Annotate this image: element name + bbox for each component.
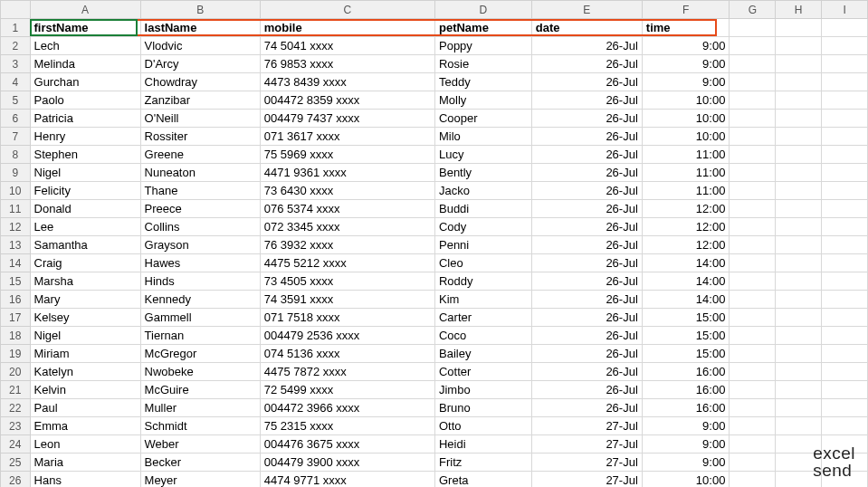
cell-G26[interactable] [730, 472, 776, 488]
cell-H22[interactable] [776, 399, 822, 417]
cell-C7[interactable]: 071 3617 xxxx [260, 128, 434, 146]
row-header[interactable]: 22 [1, 399, 31, 417]
cell-G2[interactable] [730, 37, 776, 55]
cell-G18[interactable] [730, 327, 776, 345]
cell-H5[interactable] [776, 91, 822, 110]
cell-B8[interactable]: Greene [140, 146, 260, 164]
cell-D10[interactable]: Jacko [434, 182, 531, 200]
cell-C9[interactable]: 4471 9361 xxxx [260, 164, 434, 182]
cell-D24[interactable]: Heidi [434, 435, 531, 454]
cell-B6[interactable]: O'Neill [140, 110, 260, 128]
cell-B10[interactable]: Thane [140, 182, 260, 200]
cell-G7[interactable] [730, 128, 776, 146]
cell-F12[interactable]: 12:00 [642, 218, 730, 236]
cell-D4[interactable]: Teddy [434, 73, 531, 91]
cell-H7[interactable] [776, 128, 822, 146]
cell-D13[interactable]: Penni [434, 236, 531, 254]
cell-D5[interactable]: Molly [434, 91, 531, 110]
cell-D18[interactable]: Coco [434, 327, 531, 345]
cell-G9[interactable] [730, 164, 776, 182]
cell-H23[interactable] [776, 417, 822, 435]
cell-B5[interactable]: Zanzibar [140, 91, 260, 110]
cell-D15[interactable]: Roddy [434, 272, 531, 291]
cell-A17[interactable]: Kelsey [30, 309, 140, 327]
cell-D11[interactable]: Buddi [434, 200, 531, 218]
cell-D17[interactable]: Carter [434, 309, 531, 327]
cell-D16[interactable]: Kim [434, 291, 531, 309]
cell-G3[interactable] [730, 55, 776, 73]
cell-G25[interactable] [730, 454, 776, 472]
row-header[interactable]: 25 [1, 454, 31, 472]
row-header[interactable]: 16 [1, 291, 31, 309]
cell-A26[interactable]: Hans [30, 472, 140, 488]
cell-C2[interactable]: 74 5041 xxxx [260, 37, 434, 55]
cell-A19[interactable]: Miriam [30, 345, 140, 363]
cell-I9[interactable] [822, 164, 868, 182]
cell-I23[interactable] [822, 417, 868, 435]
cell-F13[interactable]: 12:00 [642, 236, 730, 254]
cell-G20[interactable] [730, 363, 776, 381]
cell-H9[interactable] [776, 164, 822, 182]
row-header[interactable]: 21 [1, 381, 31, 399]
cell-A1[interactable]: firstName [30, 19, 140, 37]
row-header[interactable]: 9 [1, 164, 31, 182]
cell-I10[interactable] [822, 182, 868, 200]
cell-C21[interactable]: 72 5499 xxxx [260, 381, 434, 399]
cell-F6[interactable]: 10:00 [642, 110, 730, 128]
cell-B20[interactable]: Nwobeke [140, 363, 260, 381]
row-header[interactable]: 23 [1, 417, 31, 435]
cell-E19[interactable]: 26-Jul [531, 345, 642, 363]
cell-H4[interactable] [776, 73, 822, 91]
cell-A11[interactable]: Donald [30, 200, 140, 218]
cell-A14[interactable]: Craig [30, 254, 140, 272]
cell-A23[interactable]: Emma [30, 417, 140, 435]
cell-D3[interactable]: Rosie [434, 55, 531, 73]
row-header[interactable]: 19 [1, 345, 31, 363]
cell-H10[interactable] [776, 182, 822, 200]
cell-A9[interactable]: Nigel [30, 164, 140, 182]
cell-A5[interactable]: Paolo [30, 91, 140, 110]
cell-C12[interactable]: 072 3345 xxxx [260, 218, 434, 236]
cell-I21[interactable] [822, 381, 868, 399]
cell-F23[interactable]: 9:00 [642, 417, 730, 435]
cell-C13[interactable]: 76 3932 xxxx [260, 236, 434, 254]
cell-I11[interactable] [822, 200, 868, 218]
cell-A8[interactable]: Stephen [30, 146, 140, 164]
cell-D14[interactable]: Cleo [434, 254, 531, 272]
cell-D22[interactable]: Bruno [434, 399, 531, 417]
cell-A25[interactable]: Maria [30, 454, 140, 472]
cell-E26[interactable]: 27-Jul [531, 472, 642, 488]
cell-E12[interactable]: 26-Jul [531, 218, 642, 236]
cell-F15[interactable]: 14:00 [642, 272, 730, 291]
cell-F14[interactable]: 14:00 [642, 254, 730, 272]
cell-C18[interactable]: 004479 2536 xxxx [260, 327, 434, 345]
cell-B23[interactable]: Schmidt [140, 417, 260, 435]
cell-G6[interactable] [730, 110, 776, 128]
cell-F4[interactable]: 9:00 [642, 73, 730, 91]
cell-C11[interactable]: 076 5374 xxxx [260, 200, 434, 218]
cell-C6[interactable]: 004479 7437 xxxx [260, 110, 434, 128]
cell-D19[interactable]: Bailey [434, 345, 531, 363]
cell-B13[interactable]: Grayson [140, 236, 260, 254]
cell-H14[interactable] [776, 254, 822, 272]
cell-E4[interactable]: 26-Jul [531, 73, 642, 91]
cell-D1[interactable]: petName [434, 19, 531, 37]
cell-A4[interactable]: Gurchan [30, 73, 140, 91]
row-header[interactable]: 13 [1, 236, 31, 254]
cell-C17[interactable]: 071 7518 xxxx [260, 309, 434, 327]
cell-F25[interactable]: 9:00 [642, 454, 730, 472]
cell-I19[interactable] [822, 345, 868, 363]
select-all-corner[interactable] [1, 1, 31, 19]
cell-E11[interactable]: 26-Jul [531, 200, 642, 218]
row-header[interactable]: 20 [1, 363, 31, 381]
cell-C4[interactable]: 4473 8439 xxxx [260, 73, 434, 91]
cell-C22[interactable]: 004472 3966 xxxx [260, 399, 434, 417]
cell-G23[interactable] [730, 417, 776, 435]
cell-E16[interactable]: 26-Jul [531, 291, 642, 309]
cell-G12[interactable] [730, 218, 776, 236]
cell-B11[interactable]: Preece [140, 200, 260, 218]
cell-E14[interactable]: 26-Jul [531, 254, 642, 272]
col-header-D[interactable]: D [434, 1, 531, 19]
cell-I17[interactable] [822, 309, 868, 327]
cell-I22[interactable] [822, 399, 868, 417]
